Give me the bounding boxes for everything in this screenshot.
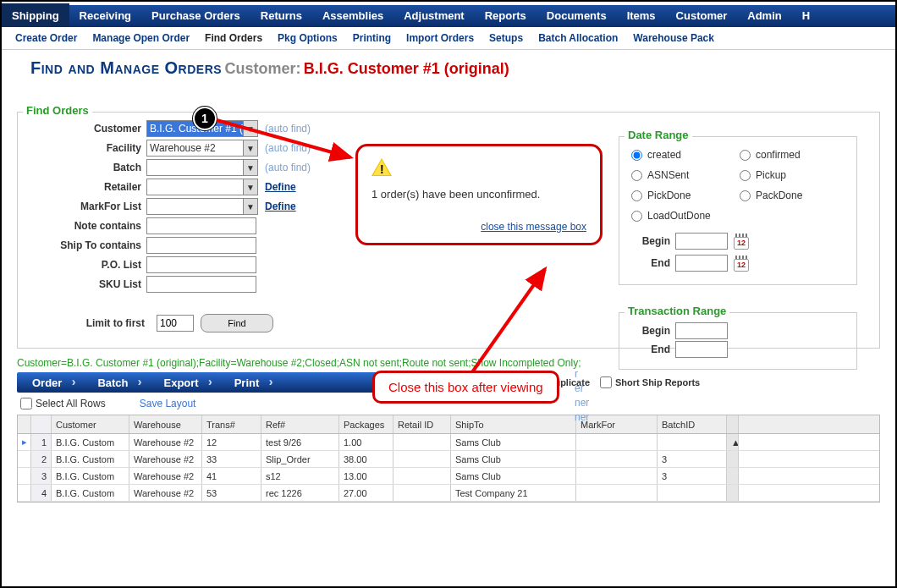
label-batch: Batch xyxy=(28,162,146,173)
nav-item-purchase-orders[interactable]: Purchase Orders xyxy=(141,5,250,27)
label-sku: SKU List xyxy=(28,278,146,290)
page-subtitle-label: Customer: xyxy=(224,60,300,77)
shipto-input[interactable] xyxy=(146,237,256,254)
transaction-range-fieldset: Transaction Range Begin End xyxy=(619,312,857,370)
label-tx-begin: Begin xyxy=(631,325,670,337)
table-row[interactable]: ▸1B.I.G. CustomWarehouse #212test 9/261.… xyxy=(18,434,879,451)
col-warehouse[interactable]: Warehouse xyxy=(129,415,202,433)
subnav-item-import-orders[interactable]: Import Orders xyxy=(406,32,474,44)
tx-range-legend: Transaction Range xyxy=(625,305,729,317)
calendar-icon[interactable]: 12 xyxy=(733,232,750,250)
action-batch[interactable]: Batch xyxy=(82,372,148,393)
date-radio-pickup[interactable]: Pickup xyxy=(740,166,848,184)
dr-begin-input[interactable] xyxy=(675,233,728,250)
label-po: P.O. List xyxy=(28,259,146,271)
nav-item-admin[interactable]: Admin xyxy=(737,5,791,27)
col-trans[interactable]: Trans# xyxy=(202,415,261,433)
subnav-item-manage-open-order[interactable]: Manage Open Order xyxy=(92,32,190,44)
action-export[interactable]: Export xyxy=(149,372,219,393)
annotation-badge-1: 1 xyxy=(193,107,217,130)
limit-input[interactable] xyxy=(157,315,194,332)
subnav-item-create-order[interactable]: Create Order xyxy=(15,32,77,44)
note-input[interactable] xyxy=(146,217,256,234)
facility-autofind[interactable]: (auto find) xyxy=(265,142,311,154)
col-expand xyxy=(18,415,31,433)
nav-item-shipping[interactable]: Shipping xyxy=(2,3,69,27)
nav-item-reports[interactable]: Reports xyxy=(475,5,537,27)
nav-item-items[interactable]: Items xyxy=(617,5,666,27)
action-print[interactable]: Print xyxy=(219,372,280,393)
batch-select-toggle[interactable]: ▼ xyxy=(243,159,258,176)
page-subtitle-customer: B.I.G. Customer #1 (original) xyxy=(304,60,509,77)
col-packages[interactable]: Packages xyxy=(339,415,393,433)
nav-item-returns[interactable]: Returns xyxy=(250,5,312,27)
col-batchid[interactable]: BatchID xyxy=(658,415,727,433)
grid-scrollbar[interactable] xyxy=(727,415,739,433)
find-button[interactable]: Find xyxy=(201,314,273,332)
dr-end-input[interactable] xyxy=(675,255,728,272)
tx-begin-input[interactable] xyxy=(675,322,728,339)
annotation-note: Close this box after viewing xyxy=(372,371,559,404)
filter-form: Customer B.I.G. Customer #1 (o ▼ (auto f… xyxy=(28,119,358,332)
table-row[interactable]: 3B.I.G. CustomWarehouse #241s1213.00Sams… xyxy=(18,468,879,485)
subnav-item-find-orders[interactable]: Find Orders xyxy=(205,32,262,44)
warning-icon: ! xyxy=(371,158,392,179)
col-index xyxy=(31,415,52,433)
message-text: 1 order(s) have been unconfirmed. xyxy=(371,187,586,202)
subnav-item-printing[interactable]: Printing xyxy=(353,32,391,44)
label-dr-begin: Begin xyxy=(631,235,670,247)
action-order[interactable]: Order xyxy=(17,372,82,393)
sub-nav: Create OrderManage Open OrderFind Orders… xyxy=(2,27,895,50)
subnav-item-warehouse-pack[interactable]: Warehouse Pack xyxy=(633,32,714,44)
retailer-select-toggle[interactable]: ▼ xyxy=(243,179,258,195)
po-input[interactable] xyxy=(146,256,256,273)
nav-item-h[interactable]: H xyxy=(792,5,820,27)
table-row[interactable]: 2B.I.G. CustomWarehouse #233Slip_Order38… xyxy=(18,451,879,468)
sku-input[interactable] xyxy=(146,276,256,293)
grid-header: Customer Warehouse Trans# Ref# Packages … xyxy=(18,415,879,434)
col-ref[interactable]: Ref# xyxy=(261,415,339,433)
short-ship-checkbox[interactable]: Short Ship Reports xyxy=(600,376,700,388)
facility-select-value[interactable]: Warehouse #2 xyxy=(146,140,243,157)
markfor-select-value[interactable] xyxy=(146,198,243,215)
main-nav: ShippingReceivingPurchase OrdersReturnsA… xyxy=(2,5,895,27)
date-radio-created[interactable]: created xyxy=(631,146,740,164)
retailer-select-value[interactable] xyxy=(146,179,243,195)
date-radio-loadoutdone[interactable]: LoadOutDone xyxy=(631,206,740,225)
label-tx-end: End xyxy=(631,343,670,355)
nav-item-documents[interactable]: Documents xyxy=(537,5,617,27)
tx-end-input[interactable] xyxy=(675,341,728,358)
date-radio-confirmed[interactable]: confirmed xyxy=(740,146,848,164)
col-retailid[interactable]: Retail ID xyxy=(393,415,451,433)
date-radio-pickdone[interactable]: PickDone xyxy=(631,186,740,205)
nav-item-customer[interactable]: Customer xyxy=(666,5,738,27)
batch-select-value[interactable] xyxy=(146,159,243,176)
retailer-define[interactable]: Define xyxy=(265,181,296,193)
nav-item-adjustment[interactable]: Adjustment xyxy=(393,5,475,27)
date-radio-asnsent[interactable]: ASNSent xyxy=(631,166,740,184)
find-orders-legend: Find Orders xyxy=(23,104,92,117)
subnav-item-pkg-options[interactable]: Pkg Options xyxy=(278,32,338,44)
table-row[interactable]: 4B.I.G. CustomWarehouse #253rec 122627.0… xyxy=(18,485,879,502)
close-message-link[interactable]: close this message box xyxy=(481,221,586,233)
batch-autofind[interactable]: (auto find) xyxy=(265,162,311,173)
facility-select-toggle[interactable]: ▼ xyxy=(243,140,258,157)
message-box: ! 1 order(s) have been unconfirmed. clos… xyxy=(355,144,603,245)
label-limit: Limit to first xyxy=(31,317,150,329)
label-dr-end: End xyxy=(631,257,670,269)
customer-select-toggle[interactable]: ▼ xyxy=(243,120,258,137)
subnav-item-batch-allocation[interactable]: Batch Allocation xyxy=(538,32,618,44)
calendar-icon[interactable]: 12 xyxy=(733,254,750,272)
date-range-fieldset: Date Range createdconfirmedASNSentPickup… xyxy=(619,136,857,285)
select-all-checkbox[interactable]: Select All Rows xyxy=(20,398,106,409)
customer-autofind[interactable]: (auto find) xyxy=(265,123,311,135)
markfor-define[interactable]: Define xyxy=(265,201,296,212)
markfor-select-toggle[interactable]: ▼ xyxy=(243,198,258,215)
subnav-item-setups[interactable]: Setups xyxy=(489,32,523,44)
col-customer[interactable]: Customer xyxy=(52,415,129,433)
date-radio-packdone[interactable]: PackDone xyxy=(740,186,848,205)
nav-item-assemblies[interactable]: Assemblies xyxy=(312,5,393,27)
nav-item-receiving[interactable]: Receiving xyxy=(69,5,141,27)
save-layout-link[interactable]: Save Layout xyxy=(140,398,196,409)
col-shipto[interactable]: ShipTo xyxy=(451,415,576,433)
